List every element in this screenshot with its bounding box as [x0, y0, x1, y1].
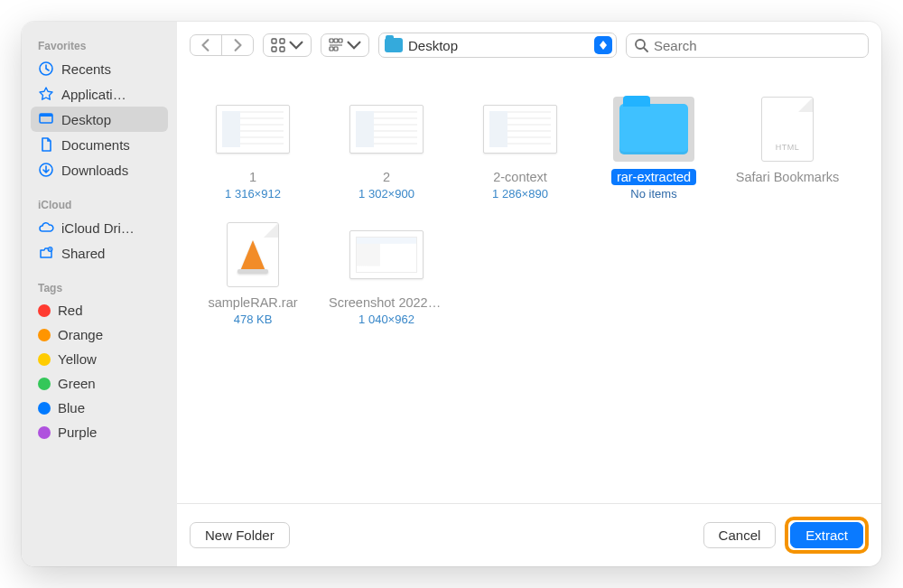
- documents-icon: [38, 136, 54, 153]
- group-icon: [329, 38, 343, 52]
- file-thumbnail: [479, 97, 561, 162]
- file-name: sampleRAR.rar: [202, 294, 303, 311]
- file-name: Screenshot 2022-11…16.15.28: [323, 294, 450, 311]
- chevron-down-icon: [289, 38, 303, 52]
- forward-button[interactable]: [221, 35, 253, 55]
- sidebar-section-title: iCloud: [31, 193, 168, 215]
- downloads-icon: [38, 162, 54, 178]
- desktop-icon: [38, 111, 54, 127]
- group-by-button[interactable]: [321, 33, 369, 57]
- file-thumbnail: [613, 97, 694, 162]
- cancel-button[interactable]: Cancel: [703, 522, 777, 548]
- svg-rect-9: [280, 47, 284, 51]
- svg-rect-2: [40, 114, 52, 117]
- view-mode-icon-button[interactable]: [263, 33, 312, 57]
- sidebar-item-applicati-[interactable]: Applicati…: [31, 81, 168, 107]
- search-field[interactable]: [626, 33, 869, 58]
- file-subtitle: No items: [630, 187, 676, 201]
- sidebar-item-downloads[interactable]: Downloads: [31, 157, 168, 182]
- svg-rect-7: [280, 39, 284, 43]
- file-thumbnail: [212, 222, 293, 287]
- file-item[interactable]: Screenshot 2022-11…16.15.281 040×962: [320, 222, 453, 326]
- svg-rect-8: [272, 47, 276, 51]
- file-item[interactable]: 2-context1 286×890: [453, 97, 587, 201]
- new-folder-button[interactable]: New Folder: [190, 522, 290, 548]
- file-name: 1: [244, 169, 262, 185]
- svg-line-17: [644, 48, 647, 51]
- svg-rect-12: [339, 39, 342, 42]
- file-grid[interactable]: 11 316×91221 302×9002-context1 286×890ra…: [177, 70, 881, 503]
- sidebar-item-red[interactable]: Red: [31, 298, 168, 322]
- sidebar-item-label: Downloads: [61, 163, 128, 178]
- sidebar-item-label: Recents: [61, 61, 111, 77]
- sidebar-item-blue[interactable]: Blue: [31, 396, 168, 420]
- tag-dot-icon: [38, 304, 51, 317]
- file-subtitle: 1 040×962: [358, 313, 414, 326]
- sidebar-item-label: Applicati…: [61, 87, 126, 102]
- tag-dot-icon: [38, 378, 51, 390]
- save-dialog: FavoritesRecentsApplicati…DesktopDocumen…: [22, 22, 881, 566]
- grid-icon: [271, 38, 285, 52]
- file-item[interactable]: sampleRAR.rar478 KB: [186, 222, 320, 326]
- sidebar-item-yellow[interactable]: Yellow: [31, 347, 168, 371]
- icloud-icon: [38, 219, 54, 236]
- location-popup[interactable]: Desktop: [378, 33, 617, 58]
- bottom-bar: New Folder Cancel Extract: [177, 503, 881, 566]
- sidebar-section-title: Favorites: [31, 34, 168, 56]
- file-thumbnail: HTML: [747, 97, 828, 162]
- file-subtitle: 478 KB: [234, 313, 273, 326]
- sidebar-item-label: Yellow: [58, 351, 97, 367]
- file-subtitle: 1 316×912: [225, 187, 281, 201]
- main-pane: Desktop 11 316×91221 302×9002-context1 2…: [177, 22, 881, 566]
- sidebar-item-label: Documents: [61, 137, 130, 153]
- file-name: 2-context: [488, 169, 553, 185]
- svg-point-5: [50, 248, 51, 250]
- sidebar-item-label: Desktop: [61, 112, 111, 127]
- search-input[interactable]: [654, 38, 861, 53]
- toolbar: Desktop: [177, 22, 881, 70]
- file-thumbnail: [346, 97, 427, 162]
- sidebar-item-label: Purple: [58, 425, 97, 440]
- sidebar-section-title: Tags: [31, 276, 168, 298]
- shared-icon: [38, 245, 54, 261]
- tag-dot-icon: [38, 353, 51, 366]
- svg-rect-15: [334, 47, 338, 51]
- sidebar-item-label: Green: [58, 376, 96, 391]
- sidebar-item-label: Red: [58, 303, 83, 318]
- updown-icon: [594, 36, 612, 54]
- extract-button-highlight: Extract: [785, 517, 869, 554]
- location-label: Desktop: [408, 38, 589, 53]
- back-button[interactable]: [191, 35, 221, 55]
- file-name: 2: [377, 169, 396, 185]
- folder-icon: [385, 38, 403, 52]
- sidebar-item-label: Orange: [58, 327, 103, 342]
- file-item[interactable]: 11 316×912: [186, 97, 320, 201]
- file-item[interactable]: HTMLSafari Bookmarks: [721, 97, 854, 201]
- sidebar-item-shared[interactable]: Shared: [31, 240, 168, 266]
- sidebar-item-documents[interactable]: Documents: [31, 132, 168, 157]
- svg-rect-6: [272, 39, 276, 43]
- sidebar-item-recents[interactable]: Recents: [31, 56, 168, 81]
- file-item[interactable]: 21 302×900: [320, 97, 453, 201]
- tag-dot-icon: [38, 329, 51, 341]
- sidebar-item-label: Blue: [58, 400, 85, 415]
- svg-rect-14: [330, 47, 333, 51]
- file-subtitle: 1 302×900: [358, 187, 414, 201]
- file-item[interactable]: rar-extractedNo items: [587, 97, 721, 201]
- sidebar-item-label: Shared: [61, 246, 105, 261]
- sidebar-item-desktop[interactable]: Desktop: [31, 107, 168, 132]
- file-subtitle: 1 286×890: [492, 187, 548, 201]
- sidebar-item-orange[interactable]: Orange: [31, 322, 168, 347]
- applications-icon: [38, 86, 54, 102]
- sidebar-item-icloud-dri-[interactable]: iCloud Dri…: [31, 215, 168, 240]
- file-name: Safari Bookmarks: [731, 169, 844, 185]
- sidebar-item-green[interactable]: Green: [31, 371, 168, 396]
- tag-dot-icon: [38, 426, 51, 439]
- tag-dot-icon: [38, 402, 51, 415]
- sidebar-item-label: iCloud Dri…: [61, 220, 135, 236]
- recents-icon: [38, 61, 54, 77]
- search-icon: [634, 38, 648, 52]
- sidebar: FavoritesRecentsApplicati…DesktopDocumen…: [22, 22, 177, 566]
- extract-button[interactable]: Extract: [790, 522, 863, 548]
- sidebar-item-purple[interactable]: Purple: [31, 420, 168, 444]
